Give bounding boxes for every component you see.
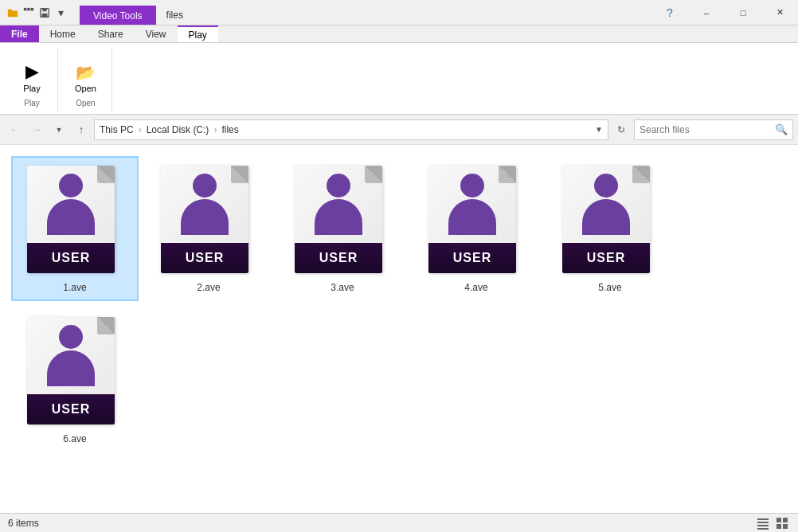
user-head [594,174,618,198]
breadcrumb-files[interactable]: files [221,124,238,135]
ribbon-tabs: File Home Share View Play [0,25,798,43]
user-body [582,199,630,235]
doc-shape: USER [27,317,115,424]
svg-rect-13 [783,524,788,529]
tab-play[interactable]: Play [178,25,218,42]
maximize-button[interactable]: □ [725,0,761,25]
save-icon[interactable] [38,6,51,19]
user-body [315,199,362,235]
file-item[interactable]: USER 6.ave [11,307,139,452]
open-icon: 📂 [76,63,96,82]
minimize-button[interactable]: – [688,0,725,25]
dropdown-icon[interactable]: ▾ [54,6,67,19]
doc-shape: USER [161,166,248,273]
user-body [181,199,229,235]
user-figure [177,174,233,235]
doc-shape: USER [295,166,382,273]
tab-share[interactable]: Share [87,25,135,42]
svg-rect-6 [757,518,769,520]
address-dropdown-icon[interactable]: ▼ [595,125,603,134]
status-bar: 6 items [0,513,798,532]
user-figure [444,174,500,235]
nav-bar: ← → ▼ ↑ This PC › Local Disk (C:) › file… [0,115,798,145]
refresh-button[interactable]: ↻ [612,120,631,139]
user-head [327,174,350,198]
details-view-button[interactable] [755,515,771,531]
file-icon: USER [428,166,524,277]
user-label: USER [295,243,382,273]
svg-rect-12 [776,524,781,529]
breadcrumb-sep-1: › [139,124,142,135]
address-bar[interactable]: This PC › Local Disk (C:) › files ▼ [94,119,608,140]
search-icon[interactable]: 🔍 [775,123,788,135]
svg-rect-9 [757,528,769,530]
item-count: 6 items [8,518,39,529]
title-bar-left: ▾ [0,0,73,25]
ribbon-tab-area: Video Tools files [73,0,651,25]
svg-rect-5 [42,13,48,16]
user-head [59,174,83,198]
breadcrumb-this-pc[interactable]: This PC [100,124,134,135]
file-item[interactable]: USER 5.ave [546,156,674,301]
ribbon: ▶ Play Play 📂 Open Open [0,43,798,115]
svg-rect-2 [31,7,34,10]
user-head [59,325,83,349]
doc-fold [365,166,382,183]
tab-home[interactable]: Home [39,25,87,42]
large-icon-view-button[interactable] [774,515,790,531]
file-icon: USER [562,166,658,277]
file-icon: USER [161,166,256,277]
back-button[interactable]: ← [5,120,24,139]
user-figure [578,174,634,235]
tab-file[interactable]: File [0,25,39,42]
forward-button[interactable]: → [27,120,46,139]
doc-fold [97,317,115,334]
search-input[interactable] [640,124,772,135]
play-icon: ▶ [25,61,39,82]
user-figure [311,174,366,235]
file-name: 6.ave [63,433,86,444]
file-icon: USER [27,166,123,277]
close-button[interactable]: ✕ [761,0,798,25]
breadcrumb-local-disk[interactable]: Local Disk (C:) [147,124,209,135]
file-item[interactable]: USER 2.ave [145,156,272,301]
recent-locations-button[interactable]: ▼ [49,120,68,139]
user-body [47,350,95,386]
file-name: 3.ave [331,282,354,293]
doc-shape: USER [562,166,650,273]
title-bar: ▾ Video Tools files ? – □ ✕ [0,0,798,25]
user-head [460,174,484,198]
user-label: USER [428,243,516,273]
svg-rect-4 [42,8,46,11]
open-label: Open [75,84,96,93]
file-item[interactable]: USER 3.ave [279,156,406,301]
play-label: Play [23,84,40,93]
search-bar[interactable]: 🔍 [634,119,793,140]
up-button[interactable]: ↑ [72,120,91,139]
folder-icon [6,6,19,19]
svg-rect-8 [757,525,769,526]
user-label: USER [562,243,650,273]
file-area: USER 1.ave USER 2.ave [0,145,798,513]
doc-fold [499,166,516,183]
ribbon-group-play: ▶ Play Play [6,47,58,111]
file-icon: USER [295,166,390,277]
user-body [47,199,95,235]
svg-rect-10 [776,518,781,522]
tab-video-tools[interactable]: Video Tools [80,6,156,25]
file-icon: USER [27,317,123,428]
doc-shape: USER [27,166,115,273]
svg-rect-11 [783,518,788,522]
play-button[interactable]: ▶ Play [16,59,48,96]
file-item[interactable]: USER 1.ave [11,156,139,301]
quick-access-icon[interactable] [22,6,35,19]
open-button[interactable]: 📂 Open [69,61,102,96]
doc-fold [231,166,248,183]
help-icon[interactable]: ? [651,0,688,25]
user-label: USER [27,243,115,273]
file-name: 2.ave [197,282,220,293]
user-head [193,174,217,198]
doc-shape: USER [428,166,516,273]
tab-view[interactable]: View [135,25,178,42]
file-item[interactable]: USER 4.ave [413,156,540,301]
